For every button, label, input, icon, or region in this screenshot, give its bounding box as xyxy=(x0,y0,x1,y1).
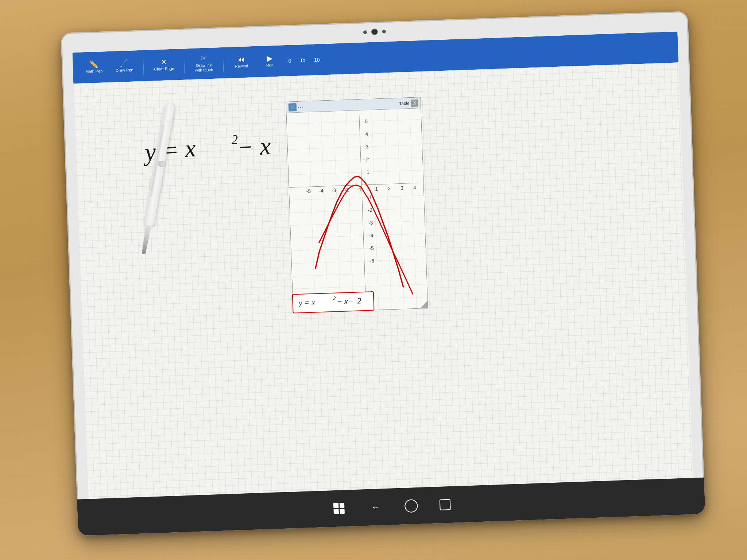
to-label: To xyxy=(297,57,308,63)
svg-text:2: 2 xyxy=(388,185,391,191)
graph-close-button[interactable]: X xyxy=(411,99,418,107)
formula-box: y = x 2 − x − 2 xyxy=(292,291,375,314)
rewind-button[interactable]: ⏮ Rewind xyxy=(228,53,255,71)
home-button[interactable] xyxy=(405,499,418,513)
screen-content: ✏️ Math Pen 🖊️ Draw Pen ✕ Clear Page ☞ D… xyxy=(72,31,693,499)
rewind-icon: ⏮ xyxy=(237,55,245,63)
stylus-button[interactable] xyxy=(157,160,166,168)
math-pen-label: Math Pen xyxy=(85,69,103,74)
back-button[interactable]: ← xyxy=(368,499,383,514)
svg-text:1: 1 xyxy=(375,186,378,192)
svg-text:-3: -3 xyxy=(368,220,373,226)
to-number: 10 xyxy=(311,57,323,63)
graph-table-label: Table xyxy=(399,101,410,106)
stylus-tip xyxy=(141,225,152,255)
graph-container: ☞ ··· Table X xyxy=(286,97,428,313)
svg-text:3: 3 xyxy=(400,185,404,191)
draw-ink-touch-label: Draw ink with touch xyxy=(195,63,213,73)
svg-text:-4: -4 xyxy=(369,232,374,238)
sensor-dot xyxy=(363,30,367,34)
separator-2 xyxy=(184,55,185,73)
svg-text:-5: -5 xyxy=(306,188,311,194)
run-label: Run xyxy=(266,63,274,68)
math-pen-icon: ✏️ xyxy=(89,61,98,68)
draw-pen-label: Draw Pen xyxy=(116,68,133,73)
separator-3 xyxy=(223,54,224,72)
svg-text:-6: -6 xyxy=(369,258,374,264)
svg-text:-2: -2 xyxy=(368,207,372,213)
draw-pen-button[interactable]: 🖊️ Draw Pen xyxy=(110,57,139,75)
draw-ink-touch-icon: ☞ xyxy=(200,54,207,62)
clear-page-label: Clear Page xyxy=(154,66,174,72)
sensor-dot-2 xyxy=(382,30,386,33)
resize-handle[interactable] xyxy=(420,301,428,308)
from-number: 0 xyxy=(285,58,294,64)
graph-dots: ··· xyxy=(298,104,303,110)
svg-text:-3: -3 xyxy=(332,187,336,193)
svg-text:1: 1 xyxy=(367,169,370,175)
camera-area xyxy=(363,28,386,35)
windows-button[interactable] xyxy=(332,501,347,516)
svg-text:-5: -5 xyxy=(369,245,374,251)
tablet-screen: ✏️ Math Pen 🖊️ Draw Pen ✕ Clear Page ☞ D… xyxy=(72,31,693,499)
run-icon: ▶ xyxy=(267,55,272,62)
draw-pen-icon: 🖊️ xyxy=(120,59,129,67)
rewind-label: Rewind xyxy=(235,64,248,69)
math-pen-button[interactable]: ✏️ Math Pen xyxy=(80,58,108,77)
graph-svg: 5 4 3 2 1 -1 -2 -3 -4 -5 -6 -5 -4 xyxy=(286,108,427,313)
svg-text:y = x: y = x xyxy=(298,298,315,308)
clear-page-icon: ✕ xyxy=(160,58,167,66)
svg-marker-48 xyxy=(420,301,428,308)
svg-text:2: 2 xyxy=(333,296,336,301)
svg-text:-4: -4 xyxy=(319,188,324,194)
svg-text:4: 4 xyxy=(413,184,417,190)
clear-page-button[interactable]: ✕ Clear Page xyxy=(148,56,179,74)
separator-1 xyxy=(143,57,144,75)
camera-lens xyxy=(371,28,378,35)
svg-text:4: 4 xyxy=(365,131,368,137)
run-button[interactable]: ▶ Run xyxy=(257,52,283,71)
graph-pointer-button[interactable]: ☞ xyxy=(289,103,297,112)
tablet-device: ✏️ Math Pen 🖊️ Draw Pen ✕ Clear Page ☞ D… xyxy=(61,11,705,536)
svg-text:− x − 2: − x − 2 xyxy=(236,130,281,162)
svg-text:3: 3 xyxy=(365,144,369,149)
svg-text:5: 5 xyxy=(365,118,368,124)
svg-text:2: 2 xyxy=(366,156,369,162)
draw-ink-touch-button[interactable]: ☞ Draw ink with touch xyxy=(189,52,218,75)
svg-text:− x − 2: − x − 2 xyxy=(337,296,361,306)
recent-apps-button[interactable] xyxy=(440,499,451,510)
